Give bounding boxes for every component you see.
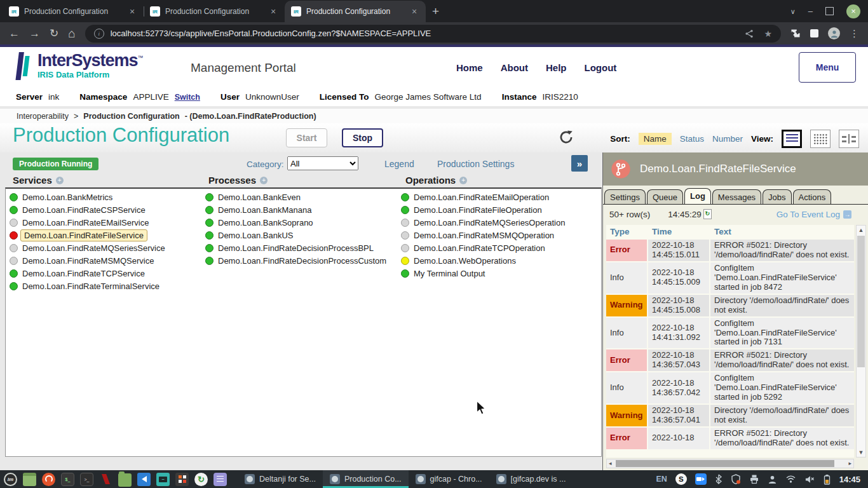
scroll-right-icon[interactable] — [848, 460, 851, 466]
config-item[interactable]: My Terminal Output — [401, 267, 565, 280]
vertical-scroll-thumb[interactable] — [857, 236, 865, 367]
tab-settings[interactable]: Settings — [604, 189, 646, 204]
scroll-down-icon[interactable] — [857, 449, 865, 456]
bluetooth-icon[interactable] — [715, 474, 722, 484]
sort-name[interactable]: Name — [639, 133, 672, 145]
horizontal-scroll-thumb[interactable] — [616, 460, 834, 467]
category-select[interactable]: All — [287, 156, 358, 170]
switch-link[interactable]: Switch — [175, 93, 200, 102]
taskbar-window[interactable]: gifcap - Chro... — [409, 470, 489, 488]
config-item[interactable]: Demo.Loan.FindRateEMailService — [10, 216, 165, 229]
tab-search-chevron-icon[interactable] — [790, 6, 796, 16]
nav-help[interactable]: Help — [546, 62, 567, 73]
share-icon[interactable] — [745, 29, 754, 38]
config-item[interactable]: Demo.Loan.BankEven — [205, 191, 386, 203]
vertical-scrollbar[interactable] — [856, 225, 866, 458]
extension-icon[interactable] — [810, 29, 818, 37]
window-minimize-icon[interactable] — [808, 6, 813, 16]
battery-icon[interactable] — [823, 474, 831, 485]
menu-button[interactable]: Menu — [799, 52, 856, 83]
orange-app-icon[interactable] — [42, 473, 55, 486]
auto-refresh-icon[interactable] — [703, 209, 712, 219]
keyboard-layout-indicator[interactable]: EN — [656, 475, 667, 484]
config-item[interactable]: Demo.Loan.FindRateMQSeriesService — [10, 241, 165, 254]
config-item[interactable]: Demo.Loan.BankMetrics — [10, 191, 165, 203]
add-operation-icon[interactable] — [459, 177, 467, 184]
user-session-icon[interactable] — [768, 475, 777, 484]
config-item[interactable]: Demo.Loan.FindRateMSMQOperation — [401, 229, 565, 241]
terminal-teal-icon[interactable] — [156, 473, 170, 486]
view-grid-button[interactable] — [810, 130, 831, 148]
config-item[interactable]: Demo.Loan.FindRateDecisionProcessBPL — [205, 241, 386, 254]
nav-logout[interactable]: Logout — [585, 62, 617, 73]
tab-jobs[interactable]: Jobs — [763, 189, 791, 204]
refresh-icon[interactable] — [558, 129, 574, 146]
profile-avatar[interactable] — [828, 27, 840, 39]
tab-messages[interactable]: Messages — [712, 189, 761, 204]
sort-status[interactable]: Status — [680, 134, 704, 144]
terminal-dark-icon[interactable] — [61, 473, 74, 486]
expand-panel-button[interactable]: » — [571, 155, 588, 172]
config-item[interactable]: Demo.Loan.FindRateFileService — [10, 229, 165, 241]
timeshift-icon[interactable] — [194, 473, 208, 486]
browser-tab[interactable]: Production Configuration — [285, 1, 426, 22]
nav-home[interactable]: Home — [456, 62, 483, 73]
config-item[interactable]: Demo.Loan.FindRateDecisionProcessCustom — [205, 254, 386, 267]
horizontal-scrollbar[interactable] — [606, 459, 854, 468]
sort-number[interactable]: Number — [712, 134, 743, 144]
back-icon[interactable] — [9, 28, 20, 39]
scroll-left-icon[interactable] — [609, 460, 612, 466]
nav-about[interactable]: About — [501, 62, 528, 73]
skype-tray-icon[interactable] — [675, 473, 687, 485]
view-list-button[interactable] — [782, 130, 802, 148]
add-service-icon[interactable] — [56, 177, 64, 184]
taskbar-window[interactable]: Deltanji for Se... — [238, 470, 323, 488]
window-close-icon[interactable] — [846, 4, 860, 18]
go-to-event-log-link[interactable]: Go To Event Log — [776, 210, 851, 219]
taskbar-window[interactable]: Production Co... — [323, 470, 409, 488]
tab-close-icon[interactable] — [409, 6, 419, 17]
config-item[interactable]: Demo.Loan.FindRateCSPService — [10, 203, 165, 216]
config-item[interactable]: Demo.Loan.BankManana — [205, 203, 386, 216]
site-info-icon[interactable] — [94, 29, 104, 39]
folder-app-icon[interactable] — [118, 473, 132, 487]
vscode-icon[interactable] — [137, 473, 151, 486]
tab-log[interactable]: Log — [684, 188, 711, 204]
config-item[interactable]: Demo.Loan.FindRateMQSeriesOperation — [401, 216, 565, 229]
new-tab-button[interactable] — [426, 4, 448, 22]
taskbar-window[interactable]: [gifcap.dev is ... — [489, 470, 573, 488]
config-item[interactable]: Demo.Loan.BankSoprano — [205, 216, 386, 229]
config-item[interactable]: Demo.Loan.FindRateEMailOperation — [401, 191, 565, 203]
config-item[interactable]: Demo.Loan.WebOperations — [401, 254, 565, 267]
reload-icon[interactable] — [50, 28, 58, 39]
window-maximize-icon[interactable] — [825, 7, 834, 15]
start-button[interactable]: Start — [286, 128, 327, 147]
view-split-button[interactable] — [839, 130, 859, 148]
add-process-icon[interactable] — [260, 177, 268, 184]
mint-menu-icon[interactable] — [4, 473, 17, 486]
bookmark-star-icon[interactable] — [764, 29, 772, 39]
config-item[interactable]: Demo.Loan.BankUS — [205, 229, 386, 241]
tab-close-icon[interactable] — [127, 6, 137, 17]
scroll-up-icon[interactable] — [857, 227, 865, 233]
production-settings-link[interactable]: Production Settings — [437, 159, 514, 169]
notes-icon[interactable] — [214, 473, 227, 486]
window-app-icon[interactable] — [23, 473, 36, 486]
tab-queue[interactable]: Queue — [647, 189, 683, 204]
legend-link[interactable]: Legend — [384, 159, 414, 169]
browser-tab[interactable]: Production Configuration — [144, 1, 285, 22]
url-bar[interactable]: localhost:52773/csp/applive/EnsPortal.Pr… — [85, 25, 781, 43]
config-item[interactable]: Demo.Loan.FindRateTCPService — [10, 267, 165, 280]
config-item[interactable]: Demo.Loan.FindRateTerminalService — [10, 280, 165, 292]
printer-icon[interactable] — [749, 474, 759, 484]
calculator-icon[interactable] — [175, 473, 189, 486]
browser-menu-icon[interactable] — [850, 28, 859, 39]
config-item[interactable]: Demo.Loan.FindRateTCPOperation — [401, 241, 565, 254]
forward-icon[interactable] — [29, 28, 40, 39]
red-app-icon[interactable] — [99, 473, 112, 486]
video-call-tray-icon[interactable] — [695, 473, 707, 485]
extensions-puzzle-icon[interactable] — [790, 29, 801, 39]
tab-close-icon[interactable] — [268, 6, 278, 17]
tab-actions[interactable]: Actions — [793, 189, 832, 204]
volume-muted-icon[interactable] — [804, 475, 815, 484]
